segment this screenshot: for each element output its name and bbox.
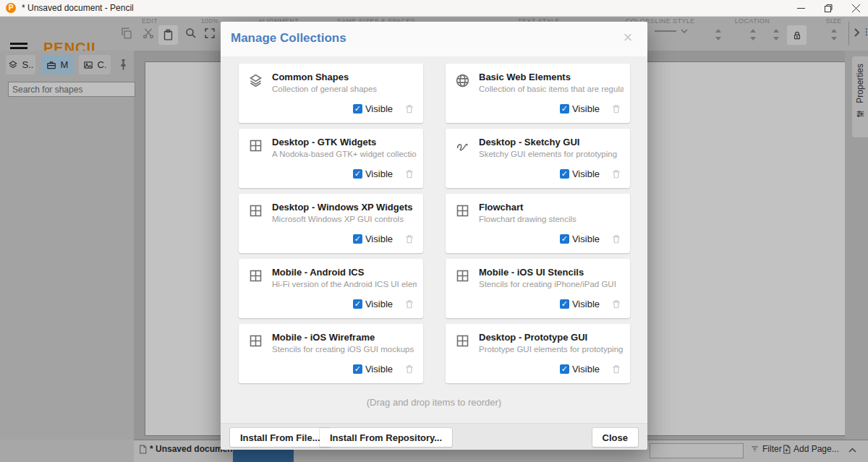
collection-title: Basic Web Elements	[479, 72, 571, 82]
trash-icon[interactable]	[611, 299, 621, 309]
visible-checkbox[interactable]: ✓	[353, 234, 362, 244]
trash-icon[interactable]	[611, 364, 621, 375]
trash-icon[interactable]	[404, 234, 414, 244]
collection-card[interactable]: Desktop - Prototype GUI Prototype GUI el…	[446, 324, 630, 383]
collection-card[interactable]: Flowchart Flowchart drawing stencils ✓ V…	[446, 194, 630, 253]
trash-icon[interactable]	[404, 299, 414, 309]
collection-card[interactable]: Basic Web Elements Collection of basic i…	[446, 64, 630, 123]
trash-icon[interactable]	[611, 168, 621, 179]
window-title: * Unsaved document - Pencil	[22, 3, 134, 13]
grid-icon	[248, 268, 263, 283]
collections-grid: Common Shapes Collection of general shap…	[239, 64, 630, 383]
trash-icon[interactable]	[611, 234, 621, 244]
dialog-title: Manage Collections	[231, 31, 346, 46]
visible-checkbox[interactable]: ✓	[560, 299, 569, 309]
visible-label: Visible	[572, 234, 600, 244]
visible-label: Visible	[572, 299, 600, 309]
app-window: P * Unsaved document - Pencil PENCIL EDI…	[0, 0, 868, 462]
trash-icon[interactable]	[404, 364, 414, 375]
collection-card[interactable]: Mobile - iOS UI Stencils Stencils for cr…	[446, 259, 630, 318]
grid-icon	[248, 138, 263, 153]
globe-icon	[455, 73, 470, 88]
visible-checkbox[interactable]: ✓	[353, 169, 362, 179]
install-from-file-button[interactable]: Install From File...	[230, 428, 331, 447]
grid-icon	[455, 333, 470, 348]
minimize-button[interactable]	[788, 0, 813, 16]
collection-title: Desktop - Sketchy GUI	[479, 137, 579, 147]
collection-title: Common Shapes	[272, 72, 349, 82]
grid-icon	[248, 333, 263, 348]
visible-checkbox[interactable]: ✓	[560, 364, 569, 374]
visible-label: Visible	[365, 168, 393, 179]
collection-title: Mobile - iOS Wireframe	[272, 332, 375, 343]
collection-card[interactable]: Mobile - Android ICS Hi-Fi version of th…	[239, 259, 423, 318]
visible-label: Visible	[572, 103, 600, 114]
visible-label: Visible	[365, 299, 393, 309]
collection-description: Microsoft Windows XP GUI controls	[272, 215, 417, 223]
layers-icon	[248, 73, 263, 88]
visible-checkbox[interactable]: ✓	[353, 299, 362, 309]
collection-description: Prototype GUI elements for prototyping	[479, 345, 624, 354]
manage-collections-dialog: Manage Collections × Common Shapes Colle…	[221, 22, 647, 450]
visible-checkbox[interactable]: ✓	[560, 169, 569, 179]
collection-title: Desktop - Windows XP Widgets	[272, 202, 413, 213]
visible-label: Visible	[365, 234, 393, 244]
collection-title: Desktop - Prototype GUI	[479, 332, 587, 343]
grid-icon	[455, 203, 470, 218]
trash-icon[interactable]	[404, 103, 414, 114]
collection-description: Sketchy GUI elements for prototyping	[479, 150, 624, 158]
trash-icon[interactable]	[404, 168, 414, 179]
title-bar: P * Unsaved document - Pencil	[0, 0, 868, 17]
collection-title: Mobile - iOS UI Stencils	[479, 267, 584, 278]
collection-description: Stencils for creating iPhone/iPad GUI	[479, 280, 624, 288]
visible-label: Visible	[572, 168, 600, 179]
visible-checkbox[interactable]: ✓	[560, 234, 569, 244]
visible-label: Visible	[572, 364, 600, 375]
restore-button[interactable]	[816, 0, 841, 16]
visible-checkbox[interactable]: ✓	[353, 104, 362, 114]
close-icon[interactable]: ×	[620, 30, 636, 46]
collection-card[interactable]: Desktop - Sketchy GUI Sketchy GUI elemen…	[446, 129, 630, 188]
visible-checkbox[interactable]: ✓	[560, 104, 569, 114]
visible-checkbox[interactable]: ✓	[353, 364, 362, 374]
collection-card[interactable]: Common Shapes Collection of general shap…	[239, 64, 423, 123]
close-window-button[interactable]	[843, 0, 868, 16]
pencil-logo-icon: P	[6, 3, 16, 13]
collection-card[interactable]: Desktop - Windows XP Widgets Microsoft W…	[239, 194, 423, 253]
collection-description: Stencils for creating iOS GUI mockups	[272, 345, 417, 354]
collection-title: Mobile - Android ICS	[272, 267, 364, 278]
close-button[interactable]: Close	[592, 428, 638, 447]
collection-description: Collection of general shapes	[272, 85, 417, 93]
reorder-hint: (Drag and drop items to reorder)	[221, 397, 647, 408]
collection-card[interactable]: Mobile - iOS Wireframe Stencils for crea…	[239, 324, 423, 383]
grid-icon	[455, 268, 470, 283]
grid-icon	[248, 203, 263, 218]
collection-description: Hi-Fi version of the Android ICS UI elem…	[272, 280, 417, 288]
visible-label: Visible	[365, 364, 393, 375]
dialog-footer: Install From File... Install From Reposi…	[221, 423, 647, 450]
collection-title: Flowchart	[479, 202, 523, 213]
install-from-repository-button[interactable]: Install From Repository...	[320, 428, 452, 447]
collection-description: A Nodoka-based GTK+ widget collection	[272, 150, 417, 158]
collection-title: Desktop - GTK Widgets	[272, 137, 376, 147]
dialog-header: Manage Collections ×	[221, 22, 647, 56]
visible-label: Visible	[365, 103, 393, 114]
collection-description: Flowchart drawing stencils	[479, 215, 624, 223]
collection-card[interactable]: Desktop - GTK Widgets A Nodoka-based GTK…	[239, 129, 423, 188]
collection-description: Collection of basic items that are regul…	[479, 85, 624, 93]
squiggle-icon	[455, 138, 470, 153]
trash-icon[interactable]	[611, 103, 621, 114]
